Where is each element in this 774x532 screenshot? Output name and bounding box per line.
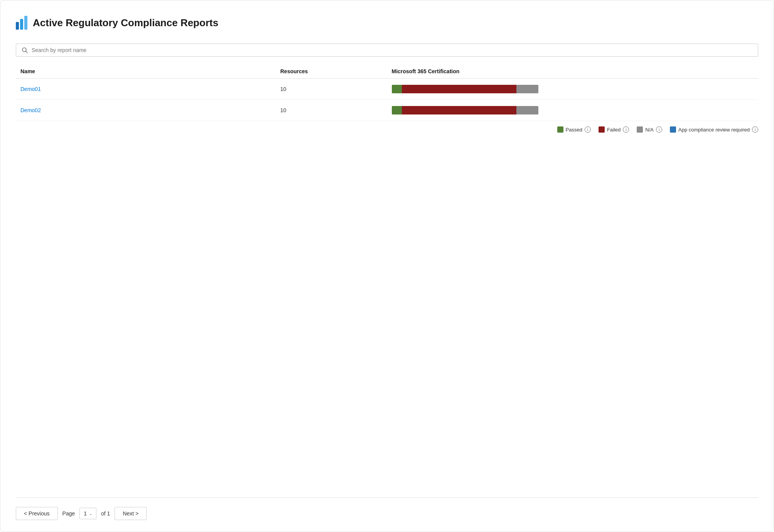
- table-container: Name Resources Microsoft 365 Certificati…: [16, 64, 758, 315]
- review-swatch: [670, 126, 676, 133]
- na-info-icon[interactable]: i: [656, 126, 662, 133]
- bar-segment-na: [516, 106, 538, 114]
- passed-swatch: [557, 126, 563, 133]
- logo-bar-2: [20, 19, 23, 30]
- search-box: [16, 44, 758, 57]
- page-current: 1: [84, 510, 87, 517]
- certification-bar-cell: [387, 100, 759, 121]
- table-row: Demo0110: [16, 79, 758, 100]
- col-header-resources: Resources: [276, 64, 387, 79]
- next-button[interactable]: Next >: [115, 507, 147, 520]
- page-container: Active Regulatory Compliance Reports Nam…: [0, 0, 774, 532]
- passed-info-icon[interactable]: i: [585, 126, 591, 133]
- passed-label: Passed: [566, 127, 582, 133]
- of-label: of 1: [101, 510, 110, 517]
- chevron-down-icon: ⌄: [89, 512, 92, 516]
- logo-icon: [16, 16, 27, 30]
- na-swatch: [637, 126, 643, 133]
- review-label: App compliance review required: [678, 127, 750, 133]
- bar-segment-na: [516, 85, 538, 93]
- resource-count: 10: [276, 100, 387, 121]
- certification-bar-cell: [387, 79, 759, 100]
- bar-segment-failed: [402, 85, 516, 93]
- certification-bar: [392, 106, 538, 114]
- col-header-certification: Microsoft 365 Certification: [387, 64, 759, 79]
- svg-line-1: [26, 51, 27, 53]
- previous-button[interactable]: < Previous: [16, 507, 58, 520]
- legend-review: App compliance review required i: [670, 126, 758, 133]
- bar-segment-passed: [392, 106, 402, 114]
- review-info-icon[interactable]: i: [752, 126, 758, 133]
- col-header-name: Name: [16, 64, 276, 79]
- report-name-link[interactable]: Demo01: [20, 86, 41, 92]
- search-container: [16, 44, 758, 57]
- chart-legend: Passed i Failed i N/A i App compliance r…: [16, 126, 758, 133]
- table-row: Demo0210: [16, 100, 758, 121]
- page-label: Page: [62, 510, 75, 517]
- na-label: N/A: [645, 127, 654, 133]
- table-header-row: Name Resources Microsoft 365 Certificati…: [16, 64, 758, 79]
- legend-failed: Failed i: [599, 126, 629, 133]
- failed-swatch: [599, 126, 605, 133]
- bar-segment-failed: [402, 106, 516, 114]
- legend-na: N/A i: [637, 126, 662, 133]
- failed-info-icon[interactable]: i: [623, 126, 629, 133]
- report-name-link[interactable]: Demo02: [20, 107, 41, 113]
- bar-segment-passed: [392, 85, 402, 93]
- page-title: Active Regulatory Compliance Reports: [33, 17, 218, 29]
- resource-count: 10: [276, 79, 387, 100]
- search-icon: [22, 47, 28, 53]
- page-header: Active Regulatory Compliance Reports: [16, 16, 758, 30]
- search-input[interactable]: [32, 47, 752, 53]
- logo-bar-1: [16, 22, 19, 30]
- page-select-wrapper[interactable]: 1 ⌄: [79, 508, 96, 519]
- failed-label: Failed: [607, 127, 621, 133]
- pagination-bar: < Previous Page 1 ⌄ of 1 Next >: [16, 497, 758, 520]
- certification-bar: [392, 85, 538, 93]
- logo-bar-3: [24, 16, 27, 30]
- legend-passed: Passed i: [557, 126, 591, 133]
- reports-table: Name Resources Microsoft 365 Certificati…: [16, 64, 758, 121]
